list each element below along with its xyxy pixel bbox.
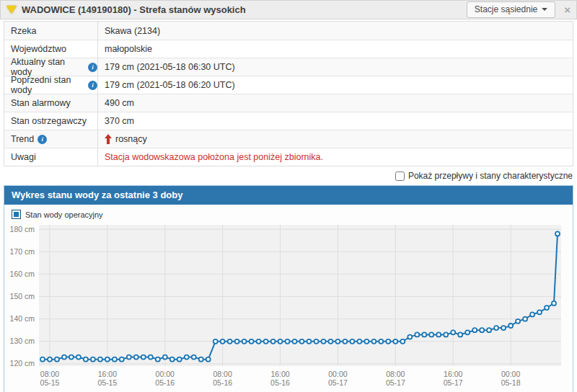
data-point[interactable] — [458, 332, 462, 337]
chart-svg[interactable]: 120 cm130 cm140 cm150 cm160 cm170 cm180 … — [4, 219, 573, 391]
data-point[interactable] — [199, 357, 203, 362]
neighbors-stations-button[interactable]: Stacje sąsiednie — [467, 1, 555, 18]
data-point[interactable] — [192, 355, 196, 360]
data-point[interactable] — [386, 339, 390, 344]
data-point[interactable] — [134, 355, 138, 360]
x-axis-tick-date: 05-17 — [444, 378, 463, 387]
row-label: Stan ostrzegawczy — [4, 112, 98, 130]
row-label-text: Poprzedni stan wody — [11, 75, 84, 95]
data-point[interactable] — [105, 357, 110, 362]
data-point[interactable] — [508, 324, 513, 328]
data-point[interactable] — [379, 339, 383, 344]
data-point[interactable] — [84, 357, 88, 362]
x-axis-tick-time: 00:00 — [156, 370, 175, 378]
data-point[interactable] — [350, 339, 354, 344]
water-level-chart[interactable]: 120 cm130 cm140 cm150 cm160 cm170 cm180 … — [4, 219, 573, 392]
data-point[interactable] — [48, 357, 52, 362]
data-point[interactable] — [429, 332, 433, 337]
data-point[interactable] — [156, 357, 160, 362]
x-axis-tick-time: 16:00 — [270, 370, 289, 378]
info-icon[interactable]: i — [88, 63, 97, 72]
data-point[interactable] — [250, 339, 254, 344]
x-axis-tick-time: 00:00 — [328, 370, 347, 378]
table-row-current-level: Aktualny stan wody i 179 cm (2021-05-18 … — [4, 58, 573, 76]
data-point[interactable] — [364, 339, 369, 344]
legend-series-swatch[interactable] — [12, 210, 21, 219]
row-label-text: Aktualny stan wody — [11, 57, 84, 77]
data-point[interactable] — [271, 339, 276, 344]
data-point[interactable] — [480, 328, 484, 332]
data-point[interactable] — [494, 326, 498, 330]
data-point[interactable] — [98, 357, 102, 362]
data-point[interactable] — [487, 328, 491, 332]
data-point[interactable] — [465, 330, 470, 334]
data-point[interactable] — [127, 355, 131, 360]
data-point[interactable] — [228, 339, 232, 344]
y-axis-tick-label: 170 cm — [10, 247, 35, 256]
data-point[interactable] — [322, 339, 326, 344]
data-point[interactable] — [501, 326, 506, 330]
data-point[interactable] — [422, 332, 426, 337]
data-point[interactable] — [523, 317, 527, 321]
data-point[interactable] — [472, 328, 477, 332]
row-value: małopolskie — [98, 40, 573, 58]
data-point[interactable] — [213, 339, 218, 344]
data-point[interactable] — [371, 339, 376, 344]
data-point[interactable] — [170, 357, 175, 362]
data-point[interactable] — [163, 355, 167, 360]
data-point[interactable] — [444, 332, 448, 337]
data-point[interactable] — [76, 355, 81, 360]
data-point[interactable] — [242, 339, 247, 344]
data-point[interactable] — [286, 339, 290, 344]
data-point[interactable] — [206, 357, 211, 362]
data-point[interactable] — [300, 339, 304, 344]
data-point[interactable] — [537, 310, 542, 314]
chart-panel-title: Wykres stanu wody za ostatnie 3 doby — [4, 186, 573, 205]
data-point[interactable] — [328, 339, 332, 344]
data-point[interactable] — [357, 339, 361, 344]
info-icon[interactable]: i — [38, 135, 47, 144]
data-point[interactable] — [545, 306, 549, 310]
data-point[interactable] — [408, 335, 412, 339]
data-point[interactable] — [257, 339, 261, 344]
data-point[interactable] — [530, 312, 534, 316]
data-point[interactable] — [451, 330, 455, 334]
show-flows-checkbox[interactable] — [395, 172, 405, 181]
data-point[interactable] — [552, 301, 556, 306]
data-point[interactable] — [555, 231, 560, 236]
data-point[interactable] — [221, 339, 225, 344]
data-point[interactable] — [69, 355, 74, 360]
data-point[interactable] — [293, 339, 297, 344]
row-value: Skawa (2134) — [98, 22, 573, 40]
x-axis-tick-date: 05-16 — [270, 378, 290, 387]
data-point[interactable] — [314, 339, 319, 344]
data-point[interactable] — [264, 339, 268, 344]
data-point[interactable] — [516, 319, 520, 324]
row-value: 370 cm — [98, 112, 573, 130]
data-point[interactable] — [40, 357, 45, 362]
data-point[interactable] — [120, 357, 124, 362]
data-point[interactable] — [113, 357, 117, 362]
chart-panel: Wykres stanu wody za ostatnie 3 doby Sta… — [4, 185, 573, 392]
data-point[interactable] — [343, 339, 347, 344]
data-point[interactable] — [415, 332, 419, 337]
data-point[interactable] — [141, 355, 146, 360]
data-point[interactable] — [185, 355, 189, 360]
data-point[interactable] — [149, 355, 153, 360]
close-icon[interactable]: × — [564, 4, 571, 15]
data-point[interactable] — [235, 339, 239, 344]
data-point[interactable] — [335, 339, 340, 344]
data-point[interactable] — [393, 339, 397, 344]
data-point[interactable] — [62, 355, 66, 360]
row-value: 179 cm (2021-05-18 06:30 UTC) — [98, 58, 573, 76]
info-icon[interactable]: i — [88, 81, 97, 90]
data-point[interactable] — [278, 339, 283, 344]
data-point[interactable] — [55, 357, 59, 362]
data-point[interactable] — [307, 339, 312, 344]
warning-triangle-icon — [6, 6, 17, 14]
data-point[interactable] — [400, 339, 405, 344]
data-point[interactable] — [91, 357, 95, 362]
table-row-previous-level: Poprzedni stan wody i 179 cm (2021-05-18… — [4, 76, 573, 94]
data-point[interactable] — [177, 357, 182, 362]
data-point[interactable] — [436, 332, 441, 337]
